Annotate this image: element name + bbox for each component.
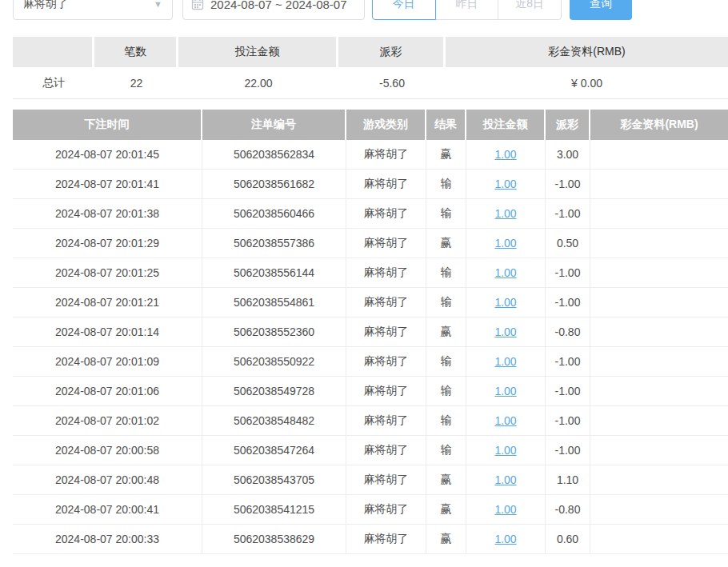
bet-time-cell: 2024-08-07 20:01:29 <box>13 229 202 258</box>
game-type-cell: 麻将胡了 <box>346 347 426 377</box>
game-type-cell: 麻将胡了 <box>346 199 426 229</box>
game-type-cell: 麻将胡了 <box>346 495 426 525</box>
bet-amount-link[interactable]: 1.00 <box>494 503 516 516</box>
records-header-cell-2: 游戏类别 <box>346 110 426 140</box>
game-type-cell: 麻将胡了 <box>346 525 426 554</box>
date-range-value: 2024-08-07 ~ 2024-08-07 <box>210 0 347 11</box>
bonus-cell <box>590 229 728 258</box>
payout-cell: -1.00 <box>546 436 590 465</box>
quick-date-buttons: 今日昨日近8日 <box>372 0 562 20</box>
result-cell: 赢 <box>426 465 466 495</box>
bet-amount-cell: 1.00 <box>466 258 546 288</box>
bet-id-cell: 5062038543705 <box>202 465 346 495</box>
bet-amount-link[interactable]: 1.00 <box>494 325 516 338</box>
bet-amount-link[interactable]: 1.00 <box>494 178 516 190</box>
quick-date-button-0[interactable]: 今日 <box>372 0 436 20</box>
game-type-cell: 麻将胡了 <box>346 377 426 406</box>
table-row: 2024-08-07 20:01:095062038550922麻将胡了输1.0… <box>13 347 728 377</box>
payout-cell: -1.00 <box>546 406 590 436</box>
summary-payout: -5.60 <box>338 67 446 99</box>
summary-bet-amount: 22.00 <box>178 67 338 99</box>
result-cell: 输 <box>426 377 466 406</box>
result-cell: 输 <box>426 199 466 229</box>
bet-time-cell: 2024-08-07 20:00:58 <box>13 436 202 465</box>
records-body: 2024-08-07 20:01:455062038562834麻将胡了赢1.0… <box>13 140 728 554</box>
table-row: 2024-08-07 20:01:455062038562834麻将胡了赢1.0… <box>13 140 728 170</box>
records-header-cell-0: 下注时间 <box>13 110 202 140</box>
result-cell: 输 <box>426 347 466 377</box>
bonus-cell <box>590 347 728 377</box>
bonus-cell <box>590 170 728 199</box>
bet-amount-link[interactable]: 1.00 <box>494 148 516 161</box>
bet-amount-link[interactable]: 1.00 <box>494 473 516 486</box>
summary-header-cell-4: 彩金资料(RMB) <box>446 37 728 67</box>
game-select[interactable]: 麻将胡了 ▼ <box>13 0 173 20</box>
summary-header-cell-2: 投注金额 <box>178 37 338 67</box>
payout-cell: -1.00 <box>546 288 590 317</box>
table-row: 2024-08-07 20:00:335062038538629麻将胡了赢1.0… <box>13 525 728 554</box>
date-range-picker[interactable]: 2024-08-07 ~ 2024-08-07 <box>182 0 365 20</box>
summary-bonus: ¥ 0.00 <box>446 67 728 99</box>
bet-time-cell: 2024-08-07 20:01:06 <box>13 377 202 406</box>
bet-amount-link[interactable]: 1.00 <box>494 296 516 309</box>
bet-id-cell: 5062038538629 <box>202 525 346 554</box>
table-row: 2024-08-07 20:01:065062038549728麻将胡了输1.0… <box>13 377 728 406</box>
records-header-row: 下注时间注单编号游戏类别结果投注金额派彩彩金资料(RMB) <box>13 110 728 140</box>
quick-date-button-2[interactable]: 近8日 <box>498 0 562 20</box>
bet-time-cell: 2024-08-07 20:01:41 <box>13 170 202 199</box>
search-button[interactable]: 查询 <box>570 0 632 20</box>
bonus-cell <box>590 258 728 288</box>
records-header-cell-3: 结果 <box>426 110 466 140</box>
bet-time-cell: 2024-08-07 20:01:02 <box>13 406 202 436</box>
bet-amount-link[interactable]: 1.00 <box>494 207 516 220</box>
result-cell: 赢 <box>426 495 466 525</box>
bet-id-cell: 5062038556144 <box>202 258 346 288</box>
bet-amount-cell: 1.00 <box>466 229 546 258</box>
payout-cell: -1.00 <box>546 347 590 377</box>
summary-total-row: 总计 22 22.00 -5.60 ¥ 0.00 <box>13 67 728 99</box>
bet-amount-link[interactable]: 1.00 <box>494 533 516 545</box>
bet-time-cell: 2024-08-07 20:00:41 <box>13 495 202 525</box>
bonus-cell <box>590 465 728 495</box>
bonus-cell <box>590 406 728 436</box>
bonus-cell <box>590 377 728 406</box>
bet-amount-link[interactable]: 1.00 <box>494 355 516 368</box>
game-type-cell: 麻将胡了 <box>346 288 426 317</box>
bet-amount-link[interactable]: 1.00 <box>494 414 516 427</box>
bet-id-cell: 5062038554861 <box>202 288 346 317</box>
bet-amount-link[interactable]: 1.00 <box>494 444 516 457</box>
bonus-cell <box>590 140 728 170</box>
payout-cell: -0.80 <box>546 495 590 525</box>
bonus-cell <box>590 199 728 229</box>
payout-cell: -0.80 <box>546 317 590 347</box>
bet-id-cell: 5062038560466 <box>202 199 346 229</box>
result-cell: 输 <box>426 258 466 288</box>
chevron-down-icon: ▼ <box>154 0 162 9</box>
records-header-cell-1: 注单编号 <box>202 110 346 140</box>
bet-amount-link[interactable]: 1.00 <box>494 266 516 279</box>
bet-amount-link[interactable]: 1.00 <box>494 385 516 397</box>
calendar-icon <box>191 0 204 10</box>
game-type-cell: 麻将胡了 <box>346 406 426 436</box>
result-cell: 赢 <box>426 525 466 554</box>
records-table: 下注时间注单编号游戏类别结果投注金额派彩彩金资料(RMB) 2024-08-07… <box>13 110 728 554</box>
bet-amount-cell: 1.00 <box>466 199 546 229</box>
table-row: 2024-08-07 20:01:415062038561682麻将胡了输1.0… <box>13 170 728 199</box>
bet-id-cell: 5062038557386 <box>202 229 346 258</box>
summary-header-cell-3: 派彩 <box>338 37 446 67</box>
summary-header-cell-0 <box>13 37 94 67</box>
game-type-cell: 麻将胡了 <box>346 258 426 288</box>
summary-header-cell-1: 笔数 <box>94 37 178 67</box>
bonus-cell <box>590 288 728 317</box>
table-row: 2024-08-07 20:01:215062038554861麻将胡了输1.0… <box>13 288 728 317</box>
result-cell: 输 <box>426 288 466 317</box>
summary-total-label: 总计 <box>13 67 94 99</box>
quick-date-button-1[interactable]: 昨日 <box>435 0 499 20</box>
game-type-cell: 麻将胡了 <box>346 140 426 170</box>
bet-amount-cell: 1.00 <box>466 347 546 377</box>
bet-amount-link[interactable]: 1.00 <box>494 237 516 250</box>
bonus-cell <box>590 436 728 465</box>
table-row: 2024-08-07 20:01:145062038552360麻将胡了赢1.0… <box>13 317 728 347</box>
bet-time-cell: 2024-08-07 20:01:25 <box>13 258 202 288</box>
table-row: 2024-08-07 20:00:415062038541215麻将胡了赢1.0… <box>13 495 728 525</box>
